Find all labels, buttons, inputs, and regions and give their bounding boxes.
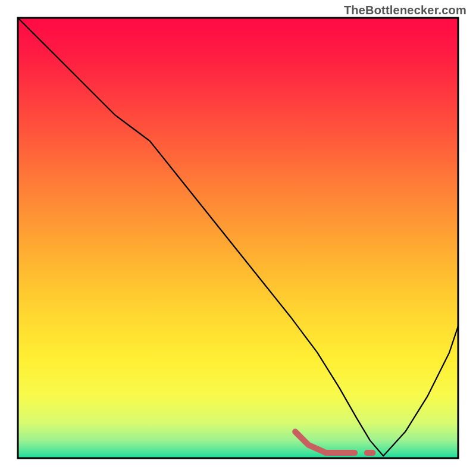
bottleneck-chart — [0, 0, 476, 476]
chart-stage: TheBottlenecker.com — [0, 0, 476, 476]
plot-area — [18, 18, 458, 458]
